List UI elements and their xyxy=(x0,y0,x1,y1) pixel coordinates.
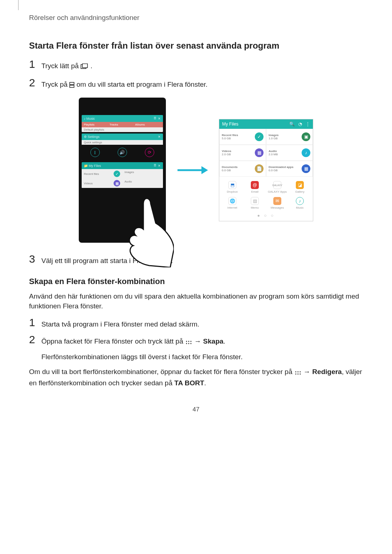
folder-icon: 📁 xyxy=(84,164,88,168)
app-internet: Internet xyxy=(227,206,237,209)
close-icon: ✕ xyxy=(158,135,161,139)
tray-dots-icon xyxy=(185,337,192,348)
cell-recent: Recent files xyxy=(222,134,238,137)
dropbox-icon: ⬒ xyxy=(228,181,236,189)
s2-step-1-text: Starta två program i Flera fönster med d… xyxy=(41,317,199,329)
svg-point-17 xyxy=(299,374,301,375)
check-icon: ✓ xyxy=(114,171,120,177)
gallery-icon: ◪ xyxy=(296,181,304,189)
close-icon: ✕ xyxy=(158,117,161,120)
doc-icon: 📄 xyxy=(255,164,264,173)
step-number: 2 xyxy=(29,334,41,345)
svg-point-11 xyxy=(191,343,192,344)
closing-post: . xyxy=(204,379,206,387)
search-icon: 🔍 xyxy=(289,122,295,127)
app-music: Music xyxy=(296,206,304,209)
images-label: Images xyxy=(122,169,163,178)
close-icon: ✕ xyxy=(158,164,161,168)
closing-pre: Om du vill ta bort flerfönsterkombinatio… xyxy=(29,368,294,376)
step-number: 2 xyxy=(29,77,41,88)
s2-step2-line1-pre: Öppna facket för Flera fönster och tryck… xyxy=(41,337,185,345)
phone-recents-mock: ♪ Music 𝄜 ✕ PlaylistsTracksAlbums Defaul… xyxy=(79,98,166,243)
image-icon: ▣ xyxy=(302,132,310,141)
app-email: Email xyxy=(251,190,258,193)
arrow-text: → xyxy=(194,337,203,345)
gear-icon: ⚙ xyxy=(84,135,87,139)
check-icon: ✓ xyxy=(255,132,264,141)
audio-label: Audio xyxy=(122,178,163,188)
svg-point-7 xyxy=(188,341,189,342)
multiwindow-split-icon xyxy=(69,81,74,91)
galaxy-icon: GALAXY xyxy=(273,181,281,189)
video-icon: ▦ xyxy=(114,180,120,186)
card-title-settings: Settings xyxy=(88,135,100,139)
edit-label: Redigera xyxy=(312,368,342,376)
myfiles-title: My Files xyxy=(222,122,238,127)
s2-step2-line1-post: . xyxy=(224,337,225,345)
recent-files-label: Recent files xyxy=(84,172,99,176)
app-gallery: Gallery xyxy=(295,190,304,193)
s2-step2-line2: Flerfönsterkombinationen läggs till över… xyxy=(41,352,242,362)
create-label: Skapa xyxy=(203,337,224,345)
closing-para: Om du vill ta bort flerfönsterkombinatio… xyxy=(29,367,363,388)
card-title-music: Music xyxy=(86,117,95,120)
svg-point-9 xyxy=(186,343,187,344)
email-icon: @ xyxy=(251,181,259,189)
page-indicator-icon: ● ○ ○ xyxy=(219,212,313,221)
breadcrumb: Rörelser och användningsfunktioner xyxy=(29,14,363,22)
step-1: 1 Tryck lätt på . xyxy=(29,59,363,72)
page-number: 47 xyxy=(29,406,363,413)
step-number: 1 xyxy=(29,317,41,328)
quick-settings-label: Quick settings xyxy=(84,141,161,144)
rotate-icon: ⟳ xyxy=(145,148,154,157)
step-1-text-post: . xyxy=(90,62,92,70)
step-number: 1 xyxy=(29,59,41,70)
cell-images: Images xyxy=(269,134,279,137)
svg-point-15 xyxy=(295,374,296,375)
app-galaxy: GALAXY Apps xyxy=(268,190,287,193)
cell-documents: Documents xyxy=(222,165,238,169)
section-title-2: Skapa en Flera fönster-kombination xyxy=(29,277,363,286)
cell-videos: Videos xyxy=(222,149,231,153)
svg-point-8 xyxy=(191,341,192,342)
myfiles-screen-mock: My Files 🔍 ◔ ⋮ Recent files5.0 GB✓ Image… xyxy=(219,119,313,221)
app-memo: Memo xyxy=(251,206,259,209)
delete-label: TA BORT xyxy=(174,379,204,387)
svg-point-16 xyxy=(297,374,298,375)
tray-dots-icon xyxy=(294,368,302,378)
section2-intro: Använd den här funktionen om du vill spa… xyxy=(29,291,363,311)
step-number: 3 xyxy=(29,254,41,264)
card-title-myfiles: My Files xyxy=(89,164,101,168)
step-3-text: Välj ett till program att starta i Flera… xyxy=(41,254,173,266)
pie-icon: ◔ xyxy=(298,122,302,127)
svg-rect-3 xyxy=(70,85,74,87)
svg-point-10 xyxy=(188,343,189,344)
music-icon: ♪ xyxy=(302,148,310,157)
step-2: 2 Tryck på om du vill starta ett program… xyxy=(29,77,363,91)
s2-step-2: 2 Öppna facket för Flera fönster och try… xyxy=(29,334,363,362)
app-messages: Messages xyxy=(271,206,284,209)
music-icon: ♪ xyxy=(296,197,304,205)
music-note-icon: ♪ xyxy=(84,117,86,120)
svg-point-13 xyxy=(297,372,298,373)
arrow-right-icon xyxy=(177,165,208,176)
cell-downloaded: Downloaded apps xyxy=(269,165,293,169)
svg-marker-5 xyxy=(201,166,208,174)
step-1-text-pre: Tryck lätt på xyxy=(41,62,81,70)
s2-step-1: 1 Starta två program i Flera fönster med… xyxy=(29,317,363,329)
apps-icon: ▦ xyxy=(302,164,310,173)
svg-point-14 xyxy=(299,372,301,373)
svg-point-12 xyxy=(295,372,296,373)
section-title-1: Starta Flera fönster från listan över se… xyxy=(29,41,363,51)
recent-apps-icon xyxy=(81,62,89,72)
multiwindow-split-icon: 𝄜 xyxy=(154,116,156,120)
video-icon: ▦ xyxy=(255,148,264,157)
app-dropbox: Dropbox xyxy=(227,190,238,193)
multiwindow-split-icon: 𝄜 xyxy=(154,164,156,168)
more-icon: ⋮ xyxy=(306,122,310,127)
videos-label: Videos xyxy=(84,182,93,185)
bars-icon: ⫿ xyxy=(90,148,100,157)
globe-icon: 🌐 xyxy=(228,197,236,205)
memo-icon: ▤ xyxy=(251,197,259,205)
messages-icon: ✉ xyxy=(273,197,281,205)
